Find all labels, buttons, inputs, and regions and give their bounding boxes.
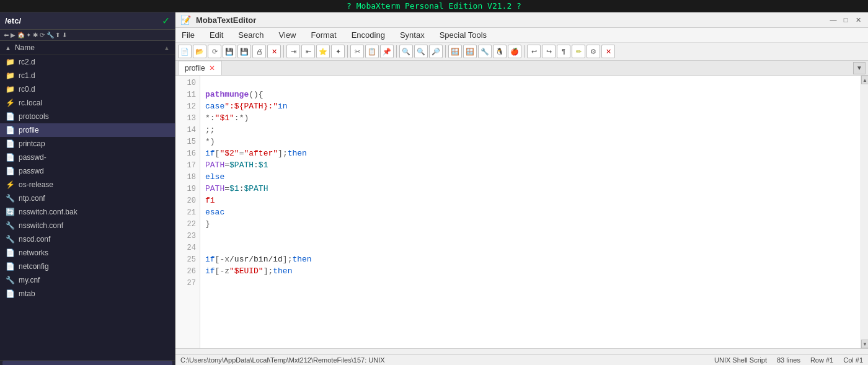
- file-name: protocols: [19, 112, 49, 121]
- col-header-label: Name: [15, 43, 35, 52]
- profile-tab[interactable]: profile ✕: [178, 61, 222, 75]
- tb-close-x[interactable]: ✕: [601, 45, 615, 58]
- list-item[interactable]: 📁rc0.d: [0, 82, 175, 96]
- maximize-button[interactable]: □: [841, 15, 851, 25]
- list-item[interactable]: 📄passwd-: [0, 151, 175, 164]
- tb-bookmark2[interactable]: ✦: [331, 45, 345, 58]
- minimize-button[interactable]: —: [828, 15, 838, 25]
- tb-print[interactable]: 🖨: [252, 45, 266, 58]
- file-name: my.cnf: [19, 276, 40, 284]
- tb-bookmark[interactable]: ⭐: [316, 45, 330, 58]
- tb-win2[interactable]: 🪟: [463, 45, 477, 58]
- close-button[interactable]: ✕: [853, 15, 863, 25]
- list-item[interactable]: 📄printcap: [0, 137, 175, 151]
- tb-open[interactable]: 📂: [193, 45, 206, 58]
- menu-file[interactable]: File: [178, 29, 198, 41]
- tb-save[interactable]: 💾: [223, 45, 236, 58]
- list-item[interactable]: 🔧ntp.conf: [0, 191, 175, 205]
- tb-highlight[interactable]: ✏: [572, 45, 585, 58]
- file-name: printcap: [19, 139, 45, 148]
- file-icon: 📁: [5, 57, 15, 67]
- editor-menubar: FileEditSearchViewFormatEncodingSyntaxSp…: [175, 28, 868, 43]
- menu-search[interactable]: Search: [234, 29, 267, 41]
- file-icon: 📄: [5, 166, 15, 176]
- file-name: passwd: [19, 167, 44, 175]
- tb-indent[interactable]: ⇥: [286, 45, 300, 58]
- tb-copy[interactable]: 📋: [365, 45, 379, 58]
- tb-undo[interactable]: ↩: [527, 45, 541, 58]
- code-area[interactable]: pathmunge () { case ":${PATH}:" in *:"$1…: [200, 76, 861, 348]
- tb-reload[interactable]: ⟳: [208, 45, 221, 58]
- file-name: nsswitch.conf.bak: [19, 208, 78, 216]
- file-icon: 🔄: [5, 207, 15, 217]
- line-number: 17: [175, 159, 200, 171]
- list-item[interactable]: 📄profile: [0, 123, 175, 137]
- code-line: else: [205, 171, 856, 183]
- code-line: [205, 77, 856, 89]
- list-item[interactable]: 🔧my.cnf: [0, 273, 175, 287]
- code-line: if [ "$2" = "after" ] ; then: [205, 147, 856, 159]
- list-item[interactable]: 📁rc2.d: [0, 55, 175, 69]
- tb-cut[interactable]: ✂: [350, 45, 364, 58]
- list-item[interactable]: 📄networks: [0, 246, 175, 260]
- tb-outdent[interactable]: ⇤: [301, 45, 315, 58]
- editor-toolbar: 📄 📂 ⟳ 💾 💾 🖨 ✕ ⇥ ⇤ ⭐ ✦ ✂ 📋 📌 🔍 🔍 🔎 🪟 🪟 🔧: [175, 43, 868, 61]
- tb-saveas[interactable]: 💾: [237, 45, 251, 58]
- tb-zoom-in[interactable]: 🔍: [399, 45, 413, 58]
- file-icon: 📄: [5, 152, 15, 162]
- menu-edit[interactable]: Edit: [206, 29, 227, 41]
- panel-scroll-up[interactable]: ▲: [164, 45, 170, 51]
- list-item[interactable]: 📄protocols: [0, 110, 175, 123]
- list-item[interactable]: 🔧nsswitch.conf: [0, 219, 175, 232]
- scroll-down-arrow[interactable]: ▼: [861, 340, 868, 348]
- line-number: 10: [175, 77, 200, 89]
- tab-scroll-button[interactable]: ▼: [853, 62, 866, 74]
- list-item[interactable]: ⚡rc.local: [0, 96, 175, 110]
- tb-win[interactable]: 🪟: [448, 45, 462, 58]
- editor-titlebar: 📝 MobaTextEditor — □ ✕: [175, 12, 868, 28]
- horiz-scrollbar[interactable]: [175, 348, 868, 354]
- list-item[interactable]: 📄passwd: [0, 164, 175, 178]
- menu-encoding[interactable]: Encoding: [348, 29, 389, 41]
- file-name: mtab: [19, 289, 35, 298]
- list-item[interactable]: ⚡os-release: [0, 178, 175, 191]
- status-filetype: UNIX Shell Script: [714, 356, 767, 364]
- tb-zoom-out[interactable]: 🔍: [414, 45, 428, 58]
- tb-find[interactable]: 🔎: [429, 45, 443, 58]
- tb-linux[interactable]: 🐧: [493, 45, 507, 58]
- tab-close-icon[interactable]: ✕: [209, 64, 215, 73]
- tb-settings[interactable]: ⚙: [587, 45, 600, 58]
- file-icon: 📄: [5, 125, 15, 135]
- horiz-scrollbar-left[interactable]: [0, 360, 175, 365]
- editor-scrollbar-right[interactable]: ▲ ▼: [861, 76, 868, 348]
- code-line: if [ -x /usr/bin/id ]; then: [205, 253, 856, 265]
- file-name: rc1.d: [19, 71, 35, 80]
- file-panel-toolbar: ⬅ ▶ 🏠 ✦ ✱ ⟳ 🔧 ⬆ ⬇: [0, 30, 175, 41]
- file-list: 📁rc2.d📁rc1.d📁rc0.d⚡rc.local📄protocols📄pr…: [0, 55, 175, 360]
- file-name: netconfig: [19, 262, 49, 271]
- list-item[interactable]: 📁rc1.d: [0, 69, 175, 82]
- list-item[interactable]: 🔄nsswitch.conf.bak: [0, 205, 175, 219]
- menu-format[interactable]: Format: [308, 29, 340, 41]
- code-line: }: [205, 218, 856, 230]
- tb-redo[interactable]: ↪: [542, 45, 556, 58]
- menu-special-tools[interactable]: Special Tools: [436, 29, 490, 41]
- scroll-track[interactable]: [861, 84, 868, 340]
- list-item[interactable]: 📄netconfig: [0, 260, 175, 273]
- tb-apple[interactable]: 🍎: [508, 45, 521, 58]
- tb-win3[interactable]: 🔧: [478, 45, 492, 58]
- tb-delete[interactable]: ✕: [267, 45, 281, 58]
- code-line: *:"$1":*): [205, 112, 856, 124]
- tb-new[interactable]: 📄: [178, 45, 192, 58]
- line-number: 18: [175, 171, 200, 183]
- scroll-up-arrow[interactable]: ▲: [861, 76, 868, 84]
- menu-view[interactable]: View: [275, 29, 300, 41]
- tb-paste[interactable]: 📌: [380, 45, 394, 58]
- editor-body: 101112131415161718192021222324252627 pat…: [175, 76, 868, 348]
- file-icon: ⚡: [5, 98, 15, 108]
- tb-para[interactable]: ¶: [557, 45, 570, 58]
- list-item[interactable]: 📄mtab: [0, 287, 175, 301]
- file-panel-header: /etc/ ✓: [0, 12, 175, 30]
- list-item[interactable]: 🔧nscd.conf: [0, 232, 175, 246]
- menu-syntax[interactable]: Syntax: [396, 29, 428, 41]
